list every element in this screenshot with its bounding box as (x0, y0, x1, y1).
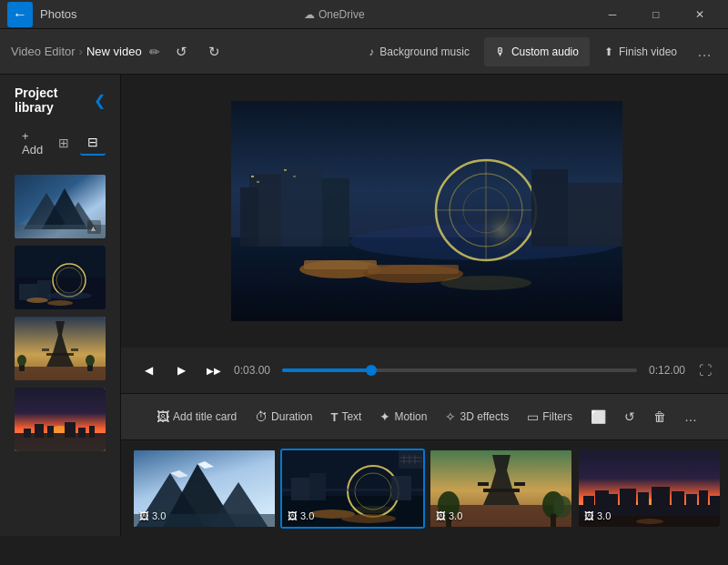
back-button[interactable]: ← (7, 2, 33, 27)
speed-icon: ↺ (624, 409, 635, 424)
film-duration-label: 3.0 (300, 510, 314, 521)
film-item-mountain[interactable]: 🖼 3.0 (132, 449, 277, 529)
breadcrumb: Video Editor › New video ✏ (11, 45, 160, 59)
main-toolbar: Video Editor › New video ✏ ↺ ↻ ♪ Backgro… (0, 29, 728, 75)
undo-button[interactable]: ↺ (167, 37, 197, 66)
preview-area (121, 75, 728, 348)
sunset-thumbnail (15, 388, 106, 451)
add-title-card-button[interactable]: 🖼 Add title card (149, 404, 244, 429)
play-button[interactable]: ▶ (168, 358, 194, 383)
back-icon: ← (13, 6, 27, 23)
mountain-thumbnail: ▲ (15, 175, 106, 238)
film-item-eiffel[interactable]: 🖼 3.0 (429, 449, 573, 529)
add-media-button[interactable]: + Add (15, 126, 51, 160)
timeline-more-button[interactable]: … (677, 404, 704, 429)
custom-audio-button[interactable]: 🎙 Custom audio (484, 37, 590, 66)
close-button[interactable]: ✕ (679, 0, 721, 29)
library-item[interactable] (15, 317, 106, 380)
library-item[interactable] (15, 388, 106, 451)
project-library-panel: Project library ❮ + Add ⊞ ⊟ (0, 75, 121, 536)
duration-button[interactable]: ⏱ Duration (248, 404, 319, 429)
progress-thumb[interactable] (366, 365, 377, 376)
progress-bar[interactable] (282, 368, 637, 372)
svg-point-93 (553, 496, 571, 518)
music-icon: ♪ (369, 45, 374, 58)
svg-rect-18 (46, 353, 74, 356)
eiffel-thumbnail (15, 317, 106, 380)
svg-rect-53 (368, 265, 459, 274)
background-music-label: Background music (379, 45, 470, 58)
filters-button[interactable]: ▭ Filters (520, 404, 580, 429)
3d-effects-button[interactable]: ✧ 3D effects (438, 404, 516, 429)
delete-button[interactable]: 🗑 (646, 404, 673, 429)
film-duration: 🖼 3.0 (288, 510, 314, 521)
video-preview (231, 101, 622, 321)
svg-rect-103 (672, 491, 684, 510)
svg-rect-30 (35, 424, 44, 438)
film-icon: 🖼 (436, 510, 446, 521)
library-item[interactable]: ▲ (15, 175, 106, 238)
svg-point-75 (341, 514, 396, 523)
total-time: 0:12.00 (644, 364, 685, 377)
film-item-city[interactable]: 🖼 3.0 (577, 449, 722, 529)
film-item-dome[interactable]: 🖼 3.0 (280, 449, 425, 529)
app-name: Photos (40, 7, 76, 21)
toolbar-more-button[interactable]: … (692, 39, 717, 65)
previous-button[interactable]: ◀ (136, 358, 161, 383)
progress-fill (282, 368, 371, 372)
film-duration-label: 3.0 (449, 510, 462, 521)
breadcrumb-current: New video (86, 45, 142, 58)
filmstrip: 🖼 3.0 (121, 440, 728, 536)
maximize-button[interactable]: □ (635, 0, 677, 29)
svg-rect-49 (568, 183, 622, 247)
finish-video-button[interactable]: ⬆ Finish video (593, 37, 688, 66)
motion-button[interactable]: ✦ Motion (372, 404, 434, 429)
svg-rect-40 (281, 165, 322, 247)
svg-rect-98 (595, 490, 609, 510)
fullscreen-button[interactable]: ⛶ (693, 358, 718, 383)
svg-rect-106 (710, 496, 720, 510)
svg-point-23 (17, 355, 26, 366)
redo-button[interactable]: ↻ (200, 37, 229, 66)
audio-icon: 🎙 (495, 45, 506, 58)
library-item[interactable] (15, 246, 106, 309)
sidebar-collapse-button[interactable]: ❮ (94, 92, 106, 109)
crop-button[interactable]: ⬜ (583, 404, 613, 429)
svg-rect-31 (47, 426, 54, 438)
svg-rect-57 (284, 169, 287, 171)
filters-icon: ▭ (527, 409, 539, 424)
library-grid: ▲ (0, 167, 120, 459)
svg-rect-71 (291, 478, 309, 500)
svg-rect-86 (478, 482, 489, 486)
grid-view-button[interactable]: ⊞ (51, 130, 76, 156)
title-card-icon: 🖼 (157, 409, 169, 424)
duration-label: Duration (271, 410, 312, 423)
text-button[interactable]: T Text (323, 405, 369, 429)
svg-point-108 (636, 519, 663, 524)
speed-button[interactable]: ↺ (617, 404, 642, 429)
onedrive-label: OneDrive (318, 8, 365, 21)
svg-rect-29 (24, 429, 31, 438)
svg-rect-99 (609, 494, 618, 510)
3d-effects-icon: ✧ (445, 409, 456, 424)
list-view-button[interactable]: ⊟ (80, 130, 106, 156)
motion-icon: ✦ (379, 409, 390, 424)
film-duration: 🖼 3.0 (139, 510, 166, 521)
svg-rect-34 (89, 426, 95, 438)
background-music-button[interactable]: ♪ Background music (358, 37, 480, 66)
svg-point-11 (46, 292, 92, 299)
next-button[interactable]: ▶▶ (201, 358, 227, 383)
motion-label: Motion (394, 410, 427, 423)
svg-point-14 (26, 298, 48, 303)
edit-title-icon[interactable]: ✏ (149, 45, 160, 59)
svg-rect-13 (37, 280, 51, 300)
film-icon: 🖼 (288, 510, 298, 521)
delete-icon: 🗑 (653, 409, 666, 424)
add-title-card-label: Add title card (173, 410, 237, 423)
minimize-button[interactable]: ─ (592, 0, 633, 29)
dome-thumbnail (15, 246, 106, 309)
next-icon: ▶▶ (207, 366, 221, 376)
undo-redo-group: ↺ ↻ (167, 37, 229, 66)
add-icon: + Add (22, 129, 44, 156)
svg-rect-102 (652, 487, 670, 510)
